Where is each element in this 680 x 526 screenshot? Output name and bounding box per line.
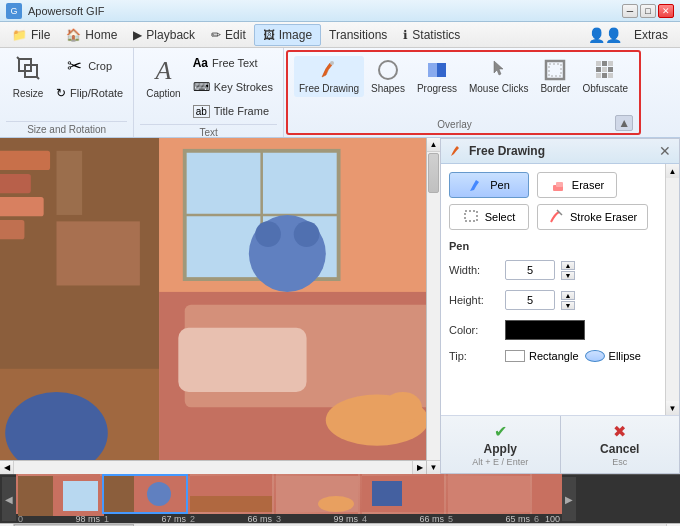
extras-area: 👤👤 Extras — [588, 26, 676, 44]
film-frame-3[interactable]: 3 99 ms — [274, 474, 360, 524]
mouse-clicks-button[interactable]: Mouse Clicks — [464, 56, 533, 97]
ribbon: Resize ✂ Crop ↻ Flip/Rotate Size and Rot… — [0, 48, 680, 138]
border-button[interactable]: Border — [535, 56, 575, 97]
tool-row-1: Pen Eraser — [449, 172, 657, 198]
film-frame-5[interactable]: 5 65 ms — [446, 474, 532, 524]
height-input[interactable]: 5 — [505, 290, 555, 310]
vscroll-thumb[interactable] — [428, 153, 439, 193]
svg-point-32 — [384, 392, 422, 423]
free-drawing-panel: Free Drawing ✕ Pen — [440, 138, 680, 474]
obfuscate-button[interactable]: Obfuscate — [577, 56, 633, 97]
home-icon: 🏠 — [66, 28, 81, 42]
svg-point-50 — [147, 482, 171, 506]
overlay-label: Overlay — [294, 117, 615, 130]
menu-bar: 📁 File 🏠 Home ▶ Playback ✏ Edit 🖼 Image … — [0, 22, 680, 48]
title-frame-button[interactable]: ab Title Frame — [189, 100, 277, 122]
menu-transitions[interactable]: Transitions — [321, 24, 395, 46]
panel-scroll-down-button[interactable]: ▼ — [666, 401, 679, 415]
resize-button[interactable]: Resize — [6, 52, 50, 103]
overlay-collapse-button[interactable]: ▲ — [615, 115, 633, 131]
select-tool-button[interactable]: Select — [449, 204, 529, 230]
film-frame-1[interactable]: 1 67 ms — [102, 474, 188, 524]
vscroll-track — [427, 152, 440, 460]
filmstrip-left-arrow[interactable]: ◀ — [2, 477, 16, 521]
menu-playback[interactable]: ▶ Playback — [125, 24, 203, 46]
stroke-eraser-tool-button[interactable]: Stroke Eraser — [537, 204, 648, 230]
key-strokes-button[interactable]: ⌨ Key Strokes — [189, 76, 277, 98]
canvas-hscrollbar[interactable]: ◀ ▶ — [0, 460, 426, 474]
canvas-area: Preview — [0, 138, 440, 474]
shapes-button[interactable]: Shapes — [366, 56, 410, 97]
free-text-button[interactable]: Aa Free Text — [189, 52, 277, 74]
panel-title: Free Drawing — [449, 144, 545, 158]
panel-scrollbar[interactable]: ▲ ▼ — [665, 164, 679, 415]
color-row: Color: — [449, 318, 657, 342]
title-frame-icon: ab — [193, 105, 210, 118]
key-strokes-icon: ⌨ — [193, 80, 210, 94]
caption-button[interactable]: A Caption — [140, 52, 186, 103]
frame-6-img — [532, 474, 562, 514]
app-icon: G — [6, 3, 22, 19]
height-up-button[interactable]: ▲ — [561, 291, 575, 300]
ribbon-group-size-rotation: Resize ✂ Crop ↻ Flip/Rotate Size and Rot… — [0, 48, 134, 137]
hscroll-left-button[interactable]: ◀ — [0, 461, 14, 474]
flip-rotate-button[interactable]: ↻ Flip/Rotate — [52, 82, 127, 104]
color-swatch[interactable] — [505, 320, 585, 340]
filmstrip-right-arrow[interactable]: ▶ — [562, 477, 576, 521]
minimize-button[interactable]: ─ — [622, 4, 638, 18]
cancel-button[interactable]: ✖ Cancel Esc — [561, 416, 680, 473]
svg-rect-26 — [56, 221, 139, 285]
menu-home[interactable]: 🏠 Home — [58, 24, 125, 46]
film-frame-6[interactable]: 6 100 — [532, 474, 562, 524]
tip-rectangle-option[interactable]: Rectangle — [505, 350, 579, 362]
frame-3-img — [274, 474, 360, 514]
stroke-eraser-icon — [548, 209, 564, 225]
panel-header: Free Drawing ✕ — [441, 139, 679, 164]
panel-content: Pen Eraser Select — [441, 164, 679, 415]
panel-close-button[interactable]: ✕ — [659, 143, 671, 159]
panel-scroll-up-button[interactable]: ▲ — [666, 164, 679, 178]
svg-rect-18 — [608, 73, 613, 78]
close-button[interactable]: ✕ — [658, 4, 674, 18]
menu-edit[interactable]: ✏ Edit — [203, 24, 254, 46]
width-down-button[interactable]: ▼ — [561, 271, 575, 280]
height-down-button[interactable]: ▼ — [561, 301, 575, 310]
shapes-icon — [377, 59, 399, 81]
tip-ellipse-icon — [585, 350, 605, 362]
free-drawing-button[interactable]: Free Drawing — [294, 56, 364, 97]
hscroll-right-button[interactable]: ▶ — [412, 461, 426, 474]
width-label: Width: — [449, 264, 499, 276]
height-spinner: ▲ ▼ — [561, 291, 575, 310]
svg-rect-23 — [0, 197, 44, 216]
drawing-icon — [449, 144, 463, 158]
canvas-image[interactable] — [0, 138, 440, 474]
overlay-buttons: Free Drawing Shapes Progress — [294, 56, 633, 97]
menu-file[interactable]: 📁 File — [4, 24, 58, 46]
eraser-tool-button[interactable]: Eraser — [537, 172, 617, 198]
film-frame-4[interactable]: 4 66 ms — [360, 474, 446, 524]
film-frame-0[interactable]: 0 98 ms — [16, 474, 102, 524]
extras-button[interactable]: Extras — [626, 26, 676, 44]
title-bar-left: G Apowersoft GIF — [6, 3, 104, 19]
apply-button[interactable]: ✔ Apply Alt + E / Enter — [441, 416, 561, 473]
vscroll-down-button[interactable]: ▼ — [427, 460, 440, 474]
film-frame-2[interactable]: 2 66 ms — [188, 474, 274, 524]
width-up-button[interactable]: ▲ — [561, 261, 575, 270]
window-controls[interactable]: ─ □ ✕ — [622, 4, 674, 18]
flip-rotate-icon: ↻ — [56, 86, 66, 100]
progress-button[interactable]: Progress — [412, 56, 462, 97]
menu-image[interactable]: 🖼 Image — [254, 24, 321, 46]
crop-button[interactable]: ✂ Crop — [52, 52, 127, 80]
pen-tool-button[interactable]: Pen — [449, 172, 529, 198]
tip-ellipse-option[interactable]: Ellipse — [585, 350, 641, 362]
text-label: Text — [140, 124, 277, 138]
svg-rect-16 — [596, 73, 601, 78]
width-input[interactable]: 5 — [505, 260, 555, 280]
menu-statistics[interactable]: ℹ Statistics — [395, 24, 468, 46]
vscroll-up-button[interactable]: ▲ — [427, 138, 440, 152]
title-bar: G Apowersoft GIF ─ □ ✕ — [0, 0, 680, 22]
svg-rect-57 — [448, 476, 530, 512]
svg-rect-22 — [0, 174, 31, 193]
canvas-vscrollbar[interactable]: ▲ ▼ — [426, 138, 440, 474]
maximize-button[interactable]: □ — [640, 4, 656, 18]
